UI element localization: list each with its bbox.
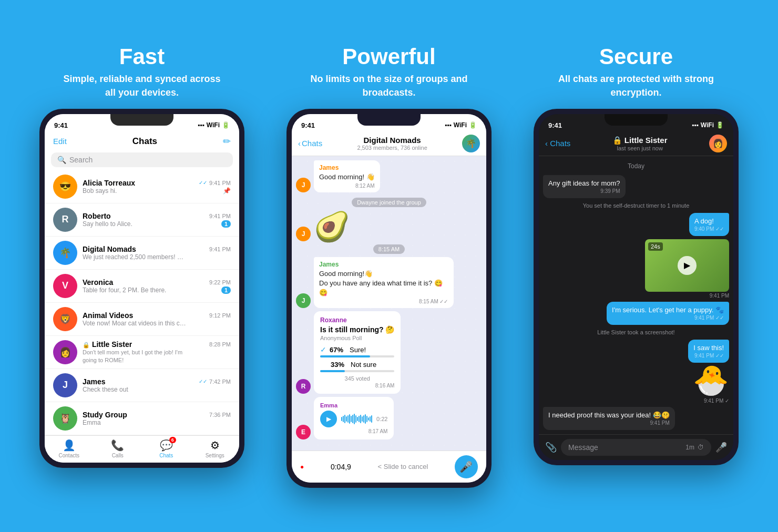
tab-label-contacts: Contacts — [59, 453, 79, 458]
wave-14 — [362, 416, 363, 422]
wave-15 — [363, 415, 364, 423]
notch-1 — [110, 114, 173, 126]
tab-calls[interactable]: 📞 Calls — [94, 439, 142, 458]
edit-button[interactable]: Edit — [53, 137, 67, 146]
mic-icon[interactable]: 🎤 — [715, 442, 727, 453]
group-messages: J James Good morning! 👋 8:12 AM Dwayne j… — [292, 156, 486, 451]
play-button[interactable]: ▶ — [320, 411, 337, 427]
notch-2 — [357, 114, 421, 126]
back-label-2: Chats — [302, 139, 322, 148]
record-dot: ● — [300, 463, 304, 470]
chat-info-animal-videos: Animal Videos 9:12 PM Vote now! Moar cat… — [83, 311, 231, 327]
chat-time-study-group: 7:36 PM — [209, 412, 231, 418]
pin-icon-alicia: 📌 — [223, 187, 231, 195]
timer-display: 1m — [685, 444, 694, 451]
lock-icon-little-sister: 🔒 — [83, 342, 90, 348]
search-icon: 🔍 — [57, 156, 66, 164]
chat-preview-veronica: Table for four, 2 PM. Be there. — [83, 287, 166, 294]
wifi-icon-2: WiFi — [454, 121, 467, 129]
group-avatar[interactable]: 🌴 — [462, 135, 480, 152]
chat-name-digital-nomads: Digital Nomads — [83, 245, 136, 253]
chat-item-digital-nomads[interactable]: 🌴 Digital Nomads 9:41 PM We just reached… — [45, 237, 239, 270]
chat-time-digital-nomads: 9:41 PM — [209, 246, 231, 252]
chat-item-little-sister[interactable]: 👩 🔒 Little Sister 8:28 PM Don't tell mom… — [45, 336, 239, 369]
avatar-digital-nomads: 🌴 — [53, 241, 77, 265]
voice-row-inner: ▶ — [320, 411, 387, 427]
mini-avatar-emma: E — [296, 425, 311, 439]
chat-item-roberto[interactable]: R Roberto 9:41 PM Say hello to Alice. 1 — [45, 203, 239, 237]
chat-name-james: James — [83, 377, 106, 386]
bar-bg-notsure — [320, 370, 394, 372]
chat-time-little-sister: 8:28 PM — [209, 341, 231, 347]
chat-item-animal-videos[interactable]: 🦁 Animal Videos 9:12 PM Vote now! Moar c… — [45, 303, 239, 336]
wave-18 — [368, 417, 369, 421]
chat-item-study-group[interactable]: 🦉 Study Group 7:36 PM Emma — [45, 402, 239, 435]
video-thumb: 24s ▶ — [645, 239, 729, 292]
search-bar[interactable]: 🔍 Search — [51, 152, 233, 167]
status-icons-1: ▪▪▪ WiFi 🔋 — [198, 121, 230, 129]
back-button-2[interactable]: ‹ Chats — [298, 139, 322, 148]
chat-item-james[interactable]: J James ✓✓ 7:42 PM Check these out — [45, 369, 239, 402]
msg-i-saw-this: I saw this! 9:41 PM ✓✓ — [688, 340, 729, 363]
video-play-button[interactable]: ▶ — [678, 256, 697, 275]
contact-status: last seen just now — [575, 145, 705, 151]
chat-item-veronica[interactable]: V Veronica 9:22 PM Table for four, 2 PM.… — [45, 270, 239, 303]
avatar-veronica: V — [53, 274, 77, 298]
avatar-james: J — [53, 373, 77, 397]
tab-label-settings: Settings — [206, 453, 224, 458]
system-screenshot: Little Sister took a screenshot! — [543, 329, 729, 335]
sticker-avocado-row: J 🥑 — [296, 212, 482, 241]
panel2-title: Powerful — [342, 44, 435, 69]
tab-chats[interactable]: 💬 6 Chats — [142, 439, 191, 458]
attachment-icon[interactable]: 📎 — [545, 442, 557, 453]
chat-info-digital-nomads: Digital Nomads 9:41 PM We just reached 2… — [83, 245, 231, 261]
slide-cancel: < Slide to cancel — [378, 463, 428, 470]
sender-james-2: James — [319, 261, 448, 268]
time-james-2: 8:15 AM ✓✓ — [319, 299, 448, 304]
wave-2 — [343, 416, 344, 422]
status-icons-3: ▪▪▪ WiFi 🔋 — [692, 121, 724, 129]
compose-button[interactable]: ✏ — [223, 136, 231, 147]
notch-3 — [605, 114, 668, 126]
group-nav: ‹ Chats Digital Nomads 2,503 members, 73… — [292, 131, 486, 156]
text-a-dog: A dog! — [694, 217, 724, 225]
poll-option-sure: ✓ 67% Sure! — [320, 345, 394, 357]
wave-5 — [347, 415, 349, 423]
video-time: 9:41 PM — [645, 293, 729, 299]
panel1-subtitle: Simple, reliable and synced across all y… — [58, 73, 226, 99]
sticker-chick: 🐣 — [693, 366, 729, 395]
contact-name: 🔒 Little Sister — [575, 136, 705, 145]
dark-message-input[interactable]: Message 1m ⏱ — [561, 439, 711, 456]
contacts-icon: 👤 — [63, 439, 76, 452]
wave-20 — [371, 415, 372, 423]
chevron-left-icon-2: ‹ — [298, 139, 301, 148]
mini-avatar-james-2: J — [296, 293, 311, 308]
mic-button[interactable]: 🎤 — [455, 455, 478, 478]
dark-input-bar: 📎 Message 1m ⏱ 🎤 — [539, 434, 733, 460]
signal-icon-1: ▪▪▪ — [198, 121, 204, 129]
chat-item-alicia[interactable]: 😎 Alicia Torreaux ✓✓ 9:41 PM Bob says h — [45, 170, 239, 203]
record-time: 0:04,9 — [331, 463, 351, 471]
tab-settings[interactable]: ⚙ Settings — [191, 439, 240, 458]
back-button-3[interactable]: ‹ Chats — [545, 139, 570, 148]
video-timer: 24s — [648, 242, 663, 251]
wave-13 — [360, 415, 361, 423]
text-i-saw-this: I saw this! — [693, 344, 724, 352]
panels-container: Fast Simple, reliable and synced across … — [11, 44, 767, 487]
poll-option-notsure: 33% Not sure — [320, 361, 394, 372]
panel-powerful: Powerful No limits on the size of groups… — [268, 44, 510, 487]
chevron-left-icon-3: ‹ — [545, 139, 548, 148]
chat-preview-little-sister: Don't tell mom yet, but I got the job! I… — [83, 349, 198, 364]
wave-17 — [366, 416, 367, 422]
avatar-study-group: 🦉 — [53, 406, 77, 431]
dark-contact-info: 🔒 Little Sister last seen just now — [575, 136, 705, 151]
time-gift-ideas: 9:39 PM — [548, 188, 620, 194]
phone-screen-2: 9:41 ▪▪▪ WiFi 🔋 ‹ Chats Digital Nomads — [292, 114, 486, 483]
wave-1 — [341, 417, 342, 421]
battery-icon-2: 🔋 — [469, 121, 477, 129]
tab-contacts[interactable]: 👤 Contacts — [45, 439, 94, 458]
chat-preview-study-group: Emma — [83, 419, 101, 426]
dark-avatar[interactable]: 👩 — [709, 135, 727, 152]
time-serious: 9:41 PM ✓✓ — [612, 315, 724, 321]
chats-nav: Edit Chats ✏ — [45, 131, 239, 150]
